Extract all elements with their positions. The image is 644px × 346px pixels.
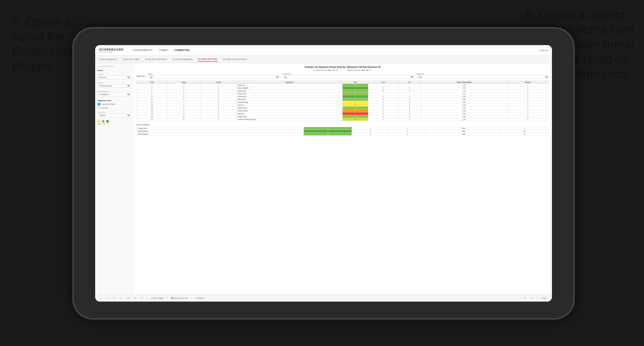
cell-rounds: 2 [507,112,548,115]
table-row: NCAA Division 2 5 0 0 7.400 10 [137,133,548,136]
watch-btn[interactable]: 👁 Watch ▾ [194,297,205,300]
tablet-frame: SCOREBOARD Powered by clippd TOURNAMENTS… [74,28,573,318]
cell-tie: 0 [398,112,421,115]
th-tie: Tie [398,81,421,84]
opponent-filter-group: Opponent (All) [416,73,548,79]
separator-2 [167,296,168,300]
cell-conf: 6 [200,115,237,118]
sub-nav-team-h2h-heatmap[interactable]: TEAM H2H HEATMAP [145,57,167,61]
cell-reg: 1 [167,92,200,95]
nav-tournaments[interactable]: TOURNAMENTS [132,48,154,52]
cell-div: 15 [137,107,167,110]
cell-opponent: Andrea York [236,95,342,98]
nav-teams[interactable]: TEAMS [158,48,169,52]
gender-select[interactable]: Women's Men's [98,76,130,79]
nav-committee[interactable]: COMMITTEE [174,48,191,52]
cell-div: 9 [137,92,167,95]
cell-win: 1 [342,110,368,112]
cell-opponent: Jessica Mason [236,110,342,112]
cell-ood-tie: 0 [389,133,426,136]
cell-ood-loss: 0 [352,127,389,130]
download-btn[interactable]: ⬇ [523,297,527,300]
cell-win: 1 [342,87,368,90]
sub-nav-player-summary[interactable]: PLAYER SUMMARY [172,57,193,61]
colour-by-select[interactable]: Win/loss [98,114,130,117]
cell-ood-rounds: 2 [500,127,548,130]
cell-ood-loss: 0 [352,130,389,133]
cell-conf: 7 [200,118,237,121]
timer-btn[interactable]: ⏱ [140,297,144,300]
table-row: 14 7 4 Eunice Yi 2 2 0 0.38 9 [137,104,548,107]
cell-loss: 0 [368,87,398,90]
table-row: 9 1 4 Sharon Mun 1 3.67 3 [137,92,548,95]
share-btn[interactable]: ↗ Share [539,297,548,300]
th-reg: # Reg [167,81,200,84]
view-original-btn[interactable]: 📊 View: Original [149,297,165,300]
division-select[interactable]: NCAA Division III NCAA Division I NCAA D… [98,84,130,88]
save-custom-view-btn[interactable]: 💾 Save Custom View [170,297,189,300]
cell-tie: 0 [398,115,421,118]
back-btn[interactable]: ↺ [133,297,137,300]
sign-out-button[interactable]: Sign out [540,49,548,51]
left-panel: Last Updated: 27/03/2024 Player Gender W… [95,63,133,302]
cell-ood-tie: 0 [389,130,426,133]
filter-row: Opponents: Region (All) Conference (All) [136,73,548,79]
cell-win: 1 [342,107,368,110]
cell-ood-opponent: NAIA Division 1 [137,130,304,133]
opponent-filter-select[interactable]: (All) [416,75,548,79]
sub-nav-player-h2h-grid[interactable]: PLAYER H2H GRID [198,57,218,62]
bottom-toolbar: ↩ ↪ ⟳ ✂ 🔗 ↺ ⏱ 📊 View: Original 💾 Save Cu… [133,295,552,302]
cell-loss: 0 [368,107,398,110]
opponent-filter-label: Opponent [416,73,548,75]
cell-reg: 2 [167,87,200,90]
last-updated: Last Updated: 27/03/2024 [98,66,130,67]
th-conf: # Conf [200,81,237,84]
records-row: Overall Record: 353 - 34 - 6 Division Re… [136,69,548,71]
cell-tie: 0 [398,90,421,92]
cell-diff: 4.00 [421,87,507,90]
cell-ood-opponent: Foreign Team [137,127,304,130]
cell-opponent: Stella Cheng [236,107,342,110]
sub-nav-team-summary[interactable]: TEAM SUMMARY [99,57,117,61]
cell-reg: 10 [167,115,200,118]
cell-opponent: Eunice Yi [236,104,342,107]
conference-filter-select[interactable]: (All) [282,75,414,79]
sort-btn[interactable]: ⇅ [530,297,534,300]
cell-diff: 1.50 [421,84,507,87]
cell-loss: 0 [368,101,398,104]
cell-conf: 1 [200,101,237,104]
sub-nav-player-h2h-heatmap[interactable]: PLAYER H2H HEATMAP [222,57,248,61]
separator-1 [146,296,147,300]
cell-rounds: 6 [507,118,548,121]
cell-rounds: 3 [507,92,548,95]
opponents-played-radio[interactable]: Opponents Played [98,103,130,106]
cell-ood-win: 15 [304,130,352,133]
cell-tie: 0 [398,101,421,104]
level-label: Level [102,123,106,125]
up-label: Up [108,123,110,125]
right-content: Katelyn Vo Head-to-Head Grid for Women's… [133,63,552,302]
cell-rounds: 3 [507,90,548,92]
cell-reg: 6 [167,95,200,98]
cell-div: 3 [137,84,167,87]
table-row: 3 3 1 Esther Lee 1 1.50 4 [137,84,548,87]
down-label: Down [98,123,101,125]
region-filter-select[interactable]: (All) [148,75,280,79]
cell-opponent: Federica Domecq Lacroze [236,118,342,121]
cell-tie: 0 [398,95,421,98]
conference-filter-group: Conference (All) [282,73,414,79]
top-100-radio[interactable]: Top 100 [98,106,130,110]
sub-nav-team-h2h-grid[interactable]: TEAM H2H GRID [122,57,140,61]
cell-tie [398,84,421,87]
cell-diff: -0.94 [421,110,507,112]
cell-opponent: Esther Lee [236,84,342,87]
cell-tie: 0 [398,118,421,121]
cell-conf: 2 [200,112,237,115]
player-section-title: Player [98,69,130,71]
cell-diff: 1.33 [421,118,507,121]
player-rank-select[interactable]: 8. Katelyn Vo [98,93,130,96]
cell-tie: 0 [398,107,421,110]
cell-reg: 3 [167,84,200,87]
cell-tie: 0 [398,104,421,107]
cell-conf: 5 [200,107,237,110]
